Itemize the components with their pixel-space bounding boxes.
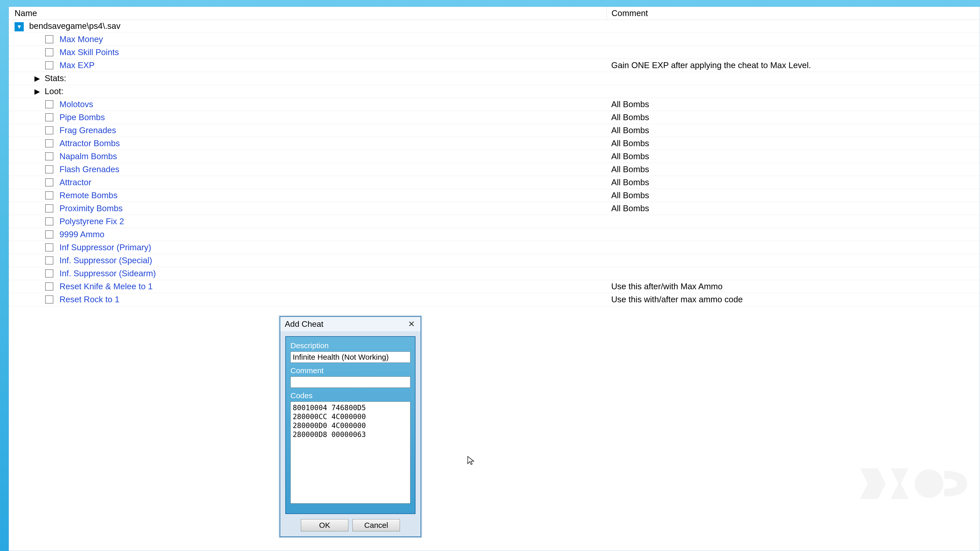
table-row[interactable]: Napalm BombsAll Bombs (9, 150, 980, 163)
tree-item-label-9999-ammo: 9999 Ammo (59, 230, 104, 239)
svg-marker-1 (891, 468, 908, 499)
checkbox-flash-grenades[interactable] (45, 165, 53, 173)
table-row[interactable]: MolotovsAll Bombs (9, 98, 980, 111)
table-row[interactable]: Flash GrenadesAll Bombs (9, 163, 980, 176)
table-row[interactable]: Attractor BombsAll Bombs (9, 137, 980, 150)
checkbox-max-exp[interactable] (45, 61, 53, 69)
checkbox-remote-bombs[interactable] (45, 191, 53, 200)
tree-item-label-inf-suppressor-special: Inf. Suppressor (Special) (59, 256, 152, 265)
table-row[interactable]: Inf Suppressor (Primary) (9, 241, 980, 254)
tree-item-label-pipe-bombs: Pipe Bombs (59, 113, 105, 122)
row-comment: Use this with/after max ammo code (611, 295, 743, 304)
row-comment: All Bombs (611, 138, 649, 148)
checkbox-inf-suppressor-special[interactable] (45, 256, 53, 265)
table-row[interactable]: Inf. Suppressor (Sidearm) (9, 267, 980, 280)
row-comment: All Bombs (611, 151, 649, 161)
checkbox-polystyrene-fix-2[interactable] (45, 218, 53, 225)
checkbox-reset-knife-melee[interactable] (45, 283, 53, 291)
tree-item-label-reset-knife-melee: Reset Knife & Melee to 1 (59, 282, 153, 291)
dialog-titlebar[interactable]: Add Cheat ✕ (280, 317, 421, 331)
codes-textarea[interactable] (290, 402, 410, 503)
checkbox-molotovs[interactable] (45, 100, 53, 108)
table-row[interactable]: Max Money (9, 33, 980, 46)
table-row[interactable]: Max EXPGain ONE EXP after applying the c… (9, 59, 980, 72)
table-row[interactable]: AttractorAll Bombs (9, 176, 980, 189)
checkbox-9999-ammo[interactable] (45, 230, 53, 238)
tree-item-label-loot: Loot: (45, 86, 63, 96)
table-header-row: Name Comment (9, 7, 980, 20)
tree-root-label: bendsavegame\ps4\.sav (29, 21, 121, 30)
row-comment: All Bombs (611, 113, 649, 122)
tree-item-label-max-money: Max Money (59, 35, 103, 44)
checkbox-pipe-bombs[interactable] (45, 113, 53, 121)
checkbox-max-money[interactable] (45, 35, 53, 43)
table-row[interactable]: Reset Rock to 1Use this with/after max a… (9, 293, 980, 306)
add-cheat-dialog: Add Cheat ✕ Description Comment Codes OK… (280, 316, 421, 537)
close-icon[interactable]: ✕ (406, 319, 417, 329)
tree-item-label-stats: Stats: (45, 73, 66, 83)
table-row[interactable]: Max Skill Points (9, 46, 980, 59)
row-comment: All Bombs (611, 100, 649, 109)
tree-item-label-polystyrene-fix-2: Polystyrene Fix 2 (59, 217, 124, 226)
ok-button[interactable]: OK (301, 519, 348, 531)
tree-item-label-attractor-bombs: Attractor Bombs (59, 138, 120, 148)
checkbox-inf-suppressor-primary[interactable] (45, 243, 53, 251)
table-row[interactable]: Polystyrene Fix 2 (9, 215, 980, 228)
column-header-comment[interactable]: Comment (607, 7, 980, 20)
table-row[interactable]: Inf. Suppressor (Special) (9, 254, 980, 267)
comment-input[interactable] (290, 376, 410, 388)
row-comment: Use this after/with Max Ammo (611, 282, 722, 291)
table-row[interactable]: Frag GrenadesAll Bombs (9, 124, 980, 137)
tree-item-label-proximity-bombs: Proximity Bombs (59, 203, 123, 213)
checkbox-attractor-bombs[interactable] (45, 139, 53, 148)
cheat-tree-panel: Name Comment ▾ bendsavegame\ps4\.sav Max… (9, 6, 980, 551)
table-row[interactable]: Reset Knife & Melee to 1Use this after/w… (9, 280, 980, 293)
checkbox-napalm-bombs[interactable] (45, 152, 53, 160)
description-input[interactable] (290, 351, 410, 363)
table-row[interactable]: ▶Loot: (9, 85, 980, 98)
watermark-logo (860, 458, 967, 505)
tree-item-label-remote-bombs: Remote Bombs (59, 191, 118, 200)
comment-label: Comment (290, 366, 410, 375)
table-row[interactable]: Remote BombsAll Bombs (9, 189, 980, 202)
tree-item-label-max-exp: Max EXP (59, 60, 95, 70)
column-header-comment-label: Comment (611, 8, 648, 18)
row-comment: All Bombs (611, 125, 649, 135)
codes-label: Codes (290, 391, 410, 400)
checkbox-proximity-bombs[interactable] (45, 204, 53, 213)
row-comment: All Bombs (611, 165, 649, 174)
cancel-button[interactable]: Cancel (352, 519, 400, 531)
tree-item-label-inf-suppressor-primary: Inf Suppressor (Primary) (59, 243, 151, 252)
tree-item-label-inf-suppressor-sidearm: Inf. Suppressor (Sidearm) (59, 268, 156, 278)
table-row[interactable]: 9999 Ammo (9, 228, 980, 241)
checkbox-reset-rock[interactable] (45, 295, 53, 303)
expand-toggle-icon[interactable]: ▾ (14, 22, 24, 32)
dialog-title: Add Cheat (285, 319, 323, 329)
tree-item-label-reset-rock: Reset Rock to 1 (59, 295, 119, 304)
table-row[interactable]: ▶Stats: (9, 72, 980, 85)
description-label: Description (290, 341, 410, 350)
tree-root-row[interactable]: ▾ bendsavegame\ps4\.sav (9, 20, 980, 33)
svg-point-2 (915, 469, 943, 498)
svg-marker-0 (860, 468, 886, 499)
tree-item-label-napalm-bombs: Napalm Bombs (59, 151, 117, 161)
expand-toggle-icon[interactable]: ▶ (35, 87, 45, 96)
table-row[interactable]: Proximity BombsAll Bombs (9, 202, 980, 215)
tree-item-label-max-skill-points: Max Skill Points (59, 48, 119, 57)
tree-item-label-frag-grenades: Frag Grenades (59, 125, 116, 135)
checkbox-attractor[interactable] (45, 178, 53, 186)
tree-item-label-attractor: Attractor (59, 178, 91, 187)
column-header-name[interactable]: Name (9, 7, 607, 20)
row-comment: All Bombs (611, 178, 649, 187)
expand-toggle-icon[interactable]: ▶ (35, 74, 45, 83)
checkbox-frag-grenades[interactable] (45, 126, 53, 135)
column-header-name-label: Name (14, 8, 37, 18)
row-comment: All Bombs (611, 191, 649, 200)
row-comment: All Bombs (611, 203, 649, 213)
checkbox-inf-suppressor-sidearm[interactable] (45, 269, 53, 278)
table-row[interactable]: Pipe BombsAll Bombs (9, 111, 980, 124)
tree-item-label-molotovs: Molotovs (59, 100, 93, 109)
app-window: Name Comment ▾ bendsavegame\ps4\.sav Max… (0, 0, 980, 551)
row-comment: Gain ONE EXP after applying the cheat to… (611, 60, 811, 70)
checkbox-max-skill-points[interactable] (45, 48, 53, 56)
